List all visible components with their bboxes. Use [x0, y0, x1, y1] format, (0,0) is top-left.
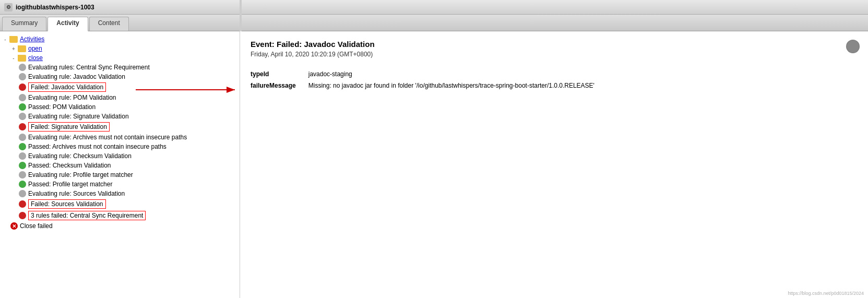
field-value: Missing: no javadoc jar found in folder … — [308, 80, 599, 91]
tree-item-label: Failed: Sources Validation — [31, 200, 103, 208]
failed-box: Failed: Signature Validation — [28, 122, 110, 132]
failed-box: Failed: Javadoc Validation — [28, 82, 106, 92]
tree-item-label: Passed: Checksum Validation — [28, 162, 111, 169]
expand-icon: - — [2, 36, 8, 42]
gear-settings-icon[interactable] — [846, 40, 860, 53]
tree-item[interactable]: 3 rules failed: Central Sync Requirement — [0, 210, 240, 221]
gear-icon — [19, 200, 26, 208]
tree-item-label: Evaluating rule: Sources Validation — [28, 190, 125, 197]
main-layout: -Activities+open-closeEvaluating rules: … — [0, 31, 868, 298]
gear-icon — [19, 152, 26, 160]
tree-item[interactable]: Evaluating rule: Signature Validation — [0, 112, 240, 121]
field-key: failureMessage — [251, 80, 308, 91]
tree-item[interactable]: +open — [0, 44, 240, 53]
tree-item-label: close — [28, 54, 43, 62]
tree-item-label: Failed: Signature Validation — [31, 123, 107, 130]
folder-icon — [18, 55, 26, 62]
tree-item[interactable]: Evaluating rule: Profile target matcher — [0, 170, 240, 180]
title-bar: ⚙ iogithublastwhispers-1003 — [0, 0, 868, 15]
tree-item-label: Evaluating rule: Archives must not conta… — [28, 134, 187, 141]
gear-icon — [19, 190, 26, 197]
tab-activity[interactable]: Activity — [47, 17, 88, 31]
event-field-row: failureMessageMissing: no javadoc jar fo… — [251, 80, 599, 91]
left-panel: -Activities+open-closeEvaluating rules: … — [0, 31, 240, 298]
tree-item-label: 3 rules failed: Central Sync Requirement — [31, 212, 143, 219]
tree-item-label: Failed: Javadoc Validation — [31, 84, 103, 91]
error-icon: ✕ — [10, 222, 18, 230]
tree-item-label: Passed: POM Validation — [28, 103, 96, 111]
failed-box: 3 rules failed: Central Sync Requirement — [28, 211, 146, 220]
tree-item-label: Evaluating rule: Checksum Validation — [28, 152, 132, 160]
tree-item-label: open — [28, 45, 42, 52]
tree-item[interactable]: Evaluating rule: Archives must not conta… — [0, 133, 240, 142]
gear-icon — [19, 171, 26, 178]
gear-icon — [19, 94, 26, 101]
tree-item[interactable]: Passed: Archives must not contain insecu… — [0, 142, 240, 151]
tree-item[interactable]: Passed: Profile target matcher — [0, 180, 240, 189]
tree-item-label: Close failed — [20, 222, 53, 230]
gear-icon — [19, 162, 26, 169]
right-panel: Event: Failed: Javadoc Validation Friday… — [240, 31, 868, 298]
gear-icon — [19, 143, 26, 150]
tree-item[interactable]: Passed: POM Validation — [0, 102, 240, 112]
tree-item[interactable]: Evaluating rule: POM Validation — [0, 93, 240, 102]
tree-item-label: Evaluating rule: POM Validation — [28, 94, 116, 101]
tab-summary[interactable]: Summary — [2, 17, 46, 31]
folder-icon — [18, 45, 26, 52]
tree-item[interactable]: ✕Close failed — [0, 221, 240, 231]
event-date: Friday, April 10, 2020 10:20:19 (GMT+080… — [251, 51, 858, 58]
event-field-row: typeIdjavadoc-staging — [251, 68, 599, 80]
gear-icon — [19, 212, 26, 219]
gear-icon — [19, 64, 26, 71]
gear-icon — [19, 103, 26, 111]
gear-icon — [19, 123, 26, 130]
tree-item-label: Evaluating rule: Signature Validation — [28, 113, 129, 120]
tree-item[interactable]: Failed: Javadoc Validation — [0, 81, 240, 93]
tree-item[interactable]: Evaluating rule: Checksum Validation — [0, 151, 240, 161]
tree-item[interactable]: Failed: Sources Validation — [0, 198, 240, 210]
gear-icon — [19, 113, 26, 120]
watermark: https://blog.csdn.net/p0d01815/2024 — [788, 291, 864, 296]
gear-icon — [19, 181, 26, 188]
tree-item[interactable]: -close — [0, 53, 240, 63]
gear-icon — [19, 73, 26, 80]
tree-item[interactable]: Failed: Signature Validation — [0, 121, 240, 133]
tree-item[interactable]: Evaluating rules: Central Sync Requireme… — [0, 63, 240, 72]
tree-item-label: Evaluating rule: Profile target matcher — [28, 171, 133, 178]
folder-icon — [9, 36, 18, 43]
field-key: typeId — [251, 68, 308, 80]
tree-item[interactable]: Passed: Checksum Validation — [0, 161, 240, 170]
tab-content[interactable]: Content — [89, 17, 129, 31]
tree-item-label: Activities — [20, 35, 44, 43]
failed-box: Failed: Sources Validation — [28, 199, 106, 209]
event-details: typeIdjavadoc-stagingfailureMessageMissi… — [251, 68, 858, 91]
tree-item[interactable]: -Activities — [0, 34, 240, 44]
tree-item-label: Passed: Profile target matcher — [28, 181, 112, 188]
tree-item-label: Passed: Archives must not contain insecu… — [28, 143, 167, 150]
field-value: javadoc-staging — [308, 68, 599, 80]
tree-item[interactable]: Evaluating rule: Javadoc Validation — [0, 72, 240, 81]
window-icon: ⚙ — [4, 3, 13, 11]
event-title: Event: Failed: Javadoc Validation — [251, 40, 858, 49]
window-title: iogithublastwhispers-1003 — [16, 4, 94, 11]
tree-item[interactable]: Evaluating rule: Sources Validation — [0, 189, 240, 198]
gear-icon — [19, 134, 26, 141]
expand-icon: + — [10, 45, 17, 52]
tree-item-label: Evaluating rules: Central Sync Requireme… — [28, 64, 150, 71]
expand-icon: - — [10, 55, 17, 61]
tree-item-label: Evaluating rule: Javadoc Validation — [28, 73, 125, 80]
tabs-bar: Summary Activity Content — [0, 15, 868, 31]
gear-icon — [19, 84, 26, 91]
